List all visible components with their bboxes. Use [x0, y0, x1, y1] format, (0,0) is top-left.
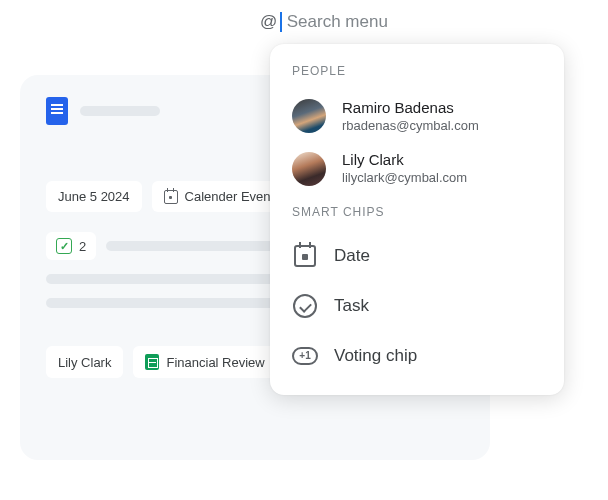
person-item-ramiro[interactable]: Ramiro Badenas rbadenas@cymbal.com [270, 90, 564, 142]
smart-chips-section-label: Smart Chips [270, 205, 564, 219]
file-chip[interactable]: Financial Review [133, 346, 276, 378]
voting-chip-icon: +1 [292, 343, 318, 369]
avatar [292, 99, 326, 133]
date-chip-text: June 5 2024 [58, 189, 130, 204]
person-chip[interactable]: Lily Clark [46, 346, 123, 378]
at-mention-input[interactable]: @ Search menu [260, 12, 388, 32]
chip-item-voting[interactable]: +1 Voting chip [270, 331, 564, 381]
chip-label: Date [334, 246, 370, 266]
mention-popup: People Ramiro Badenas rbadenas@cymbal.co… [270, 44, 564, 395]
person-item-lily[interactable]: Lily Clark lilyclark@cymbal.com [270, 142, 564, 194]
task-icon [292, 293, 318, 319]
chip-label: Voting chip [334, 346, 417, 366]
people-section-label: People [270, 64, 564, 78]
sheets-icon [145, 354, 159, 370]
vote-chip[interactable]: ✓ 2 [46, 232, 96, 260]
chip-item-task[interactable]: Task [270, 281, 564, 331]
person-name: Lily Clark [342, 150, 467, 170]
chip-item-date[interactable]: Date [270, 231, 564, 281]
title-placeholder [80, 106, 160, 116]
person-email: rbadenas@cymbal.com [342, 118, 479, 135]
avatar [292, 152, 326, 186]
calendar-event-chip[interactable]: Calender Event [152, 181, 287, 212]
search-placeholder: Search menu [287, 12, 388, 32]
person-info: Ramiro Badenas rbadenas@cymbal.com [342, 98, 479, 134]
google-docs-icon [46, 97, 68, 125]
file-chip-text: Financial Review [166, 355, 264, 370]
date-chip[interactable]: June 5 2024 [46, 181, 142, 212]
text-placeholder [46, 274, 306, 284]
plus-one-icon: +1 [292, 347, 318, 365]
person-email: lilyclark@cymbal.com [342, 170, 467, 187]
calendar-chip-text: Calender Event [185, 189, 275, 204]
calendar-icon [164, 190, 178, 204]
checkmark-icon: ✓ [56, 238, 72, 254]
person-name: Ramiro Badenas [342, 98, 479, 118]
vote-count: 2 [79, 239, 86, 254]
at-symbol: @ [260, 12, 277, 32]
text-cursor [280, 12, 282, 32]
text-placeholder [46, 298, 286, 308]
person-info: Lily Clark lilyclark@cymbal.com [342, 150, 467, 186]
person-chip-text: Lily Clark [58, 355, 111, 370]
date-icon [292, 243, 318, 269]
chip-label: Task [334, 296, 369, 316]
